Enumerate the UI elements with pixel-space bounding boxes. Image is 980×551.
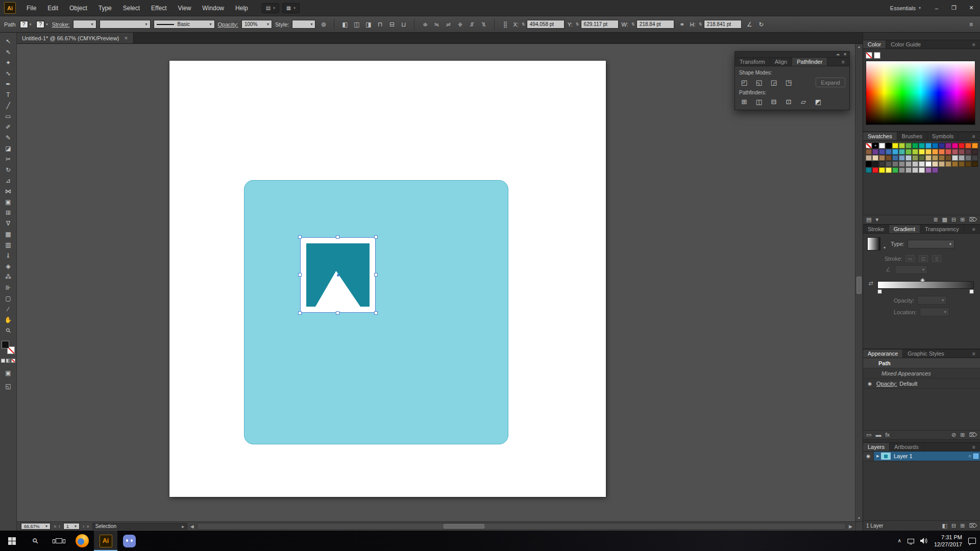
first-artboard-icon[interactable]: «	[54, 524, 57, 529]
transform-grid-icon[interactable]: ⣿	[500, 20, 510, 29]
menu-select[interactable]: Select	[117, 0, 145, 16]
search-button[interactable]: ⚲	[23, 531, 47, 551]
discord-button[interactable]	[117, 531, 141, 551]
swatch-ef7b45[interactable]	[939, 149, 945, 155]
new-sublayer-icon[interactable]: ⊟	[951, 523, 956, 529]
expand-layer-icon[interactable]: ▶	[875, 454, 881, 458]
horizontal-scroll-thumb[interactable]	[444, 524, 484, 529]
pen-tool[interactable]: ✒	[2, 79, 14, 89]
collapse-panel-icon[interactable]: ◂◂	[836, 53, 839, 56]
brush-definition-dropdown[interactable]: Basic	[154, 20, 215, 29]
tab-appearance[interactable]: Appearance	[863, 349, 903, 358]
tab-gradient[interactable]: Gradient	[889, 225, 920, 233]
tab-swatches[interactable]: Swatches	[863, 132, 897, 140]
add-fill-icon[interactable]: ▬	[875, 432, 881, 438]
panel-menu-icon[interactable]: ≡	[968, 132, 980, 140]
swatch-8c8c8c[interactable]	[899, 161, 905, 167]
gradient-location-dropdown[interactable]	[920, 308, 949, 316]
shape-builder-tool[interactable]: ⊞	[2, 207, 14, 218]
swatch-37a7db[interactable]	[892, 149, 898, 155]
selection-handle-middle-right[interactable]	[374, 273, 378, 277]
align-right-icon[interactable]: ◨	[363, 20, 373, 29]
gradient-type-dropdown[interactable]	[908, 240, 954, 248]
fill-swatch[interactable]	[2, 341, 9, 348]
libraries-caret-icon[interactable]: ▾	[875, 217, 878, 222]
swatch-b89a5a[interactable]	[932, 155, 938, 161]
start-button[interactable]	[0, 531, 23, 551]
menu-file[interactable]: File	[21, 0, 42, 16]
distribute-bottom-icon[interactable]: ≓	[444, 20, 453, 29]
appearance-item-row[interactable]: Path	[863, 358, 980, 368]
close-button[interactable]: ✕	[963, 0, 980, 16]
fill-color-dropdown[interactable]: ?	[19, 20, 33, 29]
scroll-right-icon[interactable]: ▶	[849, 524, 852, 529]
layer-selection-chip[interactable]	[973, 454, 978, 459]
width-field[interactable]: 218.84 pt	[636, 20, 674, 29]
document-layout-icon[interactable]: ▦	[282, 3, 300, 13]
minus-back-icon[interactable]: ◩	[813, 97, 823, 106]
tab-stroke[interactable]: Stroke	[863, 225, 889, 233]
eraser-tool[interactable]: ◪	[2, 143, 14, 154]
stroke-color-dropdown[interactable]: ?	[35, 20, 49, 29]
new-swatch-icon[interactable]: ⊞	[960, 217, 965, 222]
swatch-f9a13a[interactable]	[932, 149, 938, 155]
swatch-aaaaaa[interactable]	[905, 167, 912, 173]
gradient-midpoint[interactable]	[920, 278, 925, 283]
magic-wand-tool[interactable]: ✦	[2, 57, 14, 68]
visibility-eye-icon[interactable]: ◉	[863, 452, 874, 461]
paintbrush-tool[interactable]: ✐	[2, 121, 14, 132]
delete-swatch-icon[interactable]: ⌦	[969, 217, 977, 222]
recolor-artwork-icon[interactable]: ⊚	[318, 20, 328, 29]
swatch-1c1c1c[interactable]	[872, 161, 878, 167]
menu-help[interactable]: Help	[230, 0, 254, 16]
align-top-icon[interactable]: ⊓	[375, 20, 385, 29]
tab-graphic-styles[interactable]: Graphic Styles	[903, 349, 949, 358]
swatch-8c8c8c[interactable]	[899, 167, 905, 173]
swatch-f7ec13[interactable]	[879, 167, 885, 173]
selection-handle-bottom-left[interactable]	[298, 311, 302, 315]
task-view-button[interactable]	[47, 531, 70, 551]
distribute-center-icon[interactable]: ≒	[432, 20, 442, 29]
swatch-a7a9ac[interactable]	[959, 155, 965, 161]
make-clipping-mask-icon[interactable]: ◧	[942, 523, 947, 529]
pencil-tool[interactable]: ✎	[2, 132, 14, 143]
type-tool[interactable]: T	[2, 89, 14, 100]
swatch-none[interactable]	[866, 143, 872, 148]
restore-button[interactable]: ❐	[945, 0, 963, 16]
document-tab[interactable]: Untitled-1* @ 66.67% (CMYK/Preview) ✕	[17, 33, 134, 43]
gradient-slider[interactable]	[877, 281, 974, 289]
swatch-4b4ba5[interactable]	[879, 149, 885, 155]
menu-view[interactable]: View	[173, 0, 197, 16]
scroll-down-icon[interactable]: ▼	[857, 515, 861, 521]
swatch-ffffff[interactable]	[925, 161, 932, 167]
visibility-eye-icon[interactable]: ◉	[863, 381, 876, 386]
swatch-b3d334[interactable]	[899, 143, 905, 148]
blend-tool[interactable]: ◈	[2, 261, 14, 271]
rotate-icon[interactable]: ↻	[756, 20, 766, 29]
y-field[interactable]: 629.117 pt	[581, 20, 619, 29]
swatch-9b702c[interactable]	[952, 161, 958, 167]
swatch-ed1c24[interactable]	[872, 167, 878, 173]
swatch-6e4f2a[interactable]	[945, 155, 951, 161]
swatch-e0e0e0[interactable]	[919, 161, 925, 167]
stroke-white-chip[interactable]	[874, 52, 880, 59]
panel-drag-bar[interactable]: ◂◂ ✕	[735, 52, 849, 57]
swatch-0e7c8a[interactable]	[866, 167, 872, 173]
selection-center-point[interactable]	[337, 274, 339, 277]
swatch-a8a8a8[interactable]	[905, 161, 912, 167]
add-stroke-icon[interactable]: ▭	[866, 432, 871, 438]
swatch-707070[interactable]	[892, 161, 898, 167]
swatch-c7b299[interactable]	[866, 155, 872, 161]
artboard-tool[interactable]: ▢	[2, 293, 14, 304]
vertical-scrollbar[interactable]: ▲ ▼	[855, 44, 863, 521]
style-dropdown[interactable]	[292, 20, 315, 29]
swatch-5a3f14[interactable]	[965, 161, 971, 167]
selection-handle-bottom-center[interactable]	[336, 311, 339, 315]
reverse-gradient-icon[interactable]: ⇄	[867, 280, 874, 287]
swatch-92278f[interactable]	[945, 143, 951, 148]
align-left-icon[interactable]: ◧	[340, 20, 350, 29]
tab-symbols[interactable]: Symbols	[927, 132, 959, 140]
swatch-000000[interactable]	[886, 143, 892, 148]
slice-tool[interactable]: ∕	[2, 304, 14, 314]
show-kinds-icon[interactable]: ≣	[933, 217, 938, 222]
